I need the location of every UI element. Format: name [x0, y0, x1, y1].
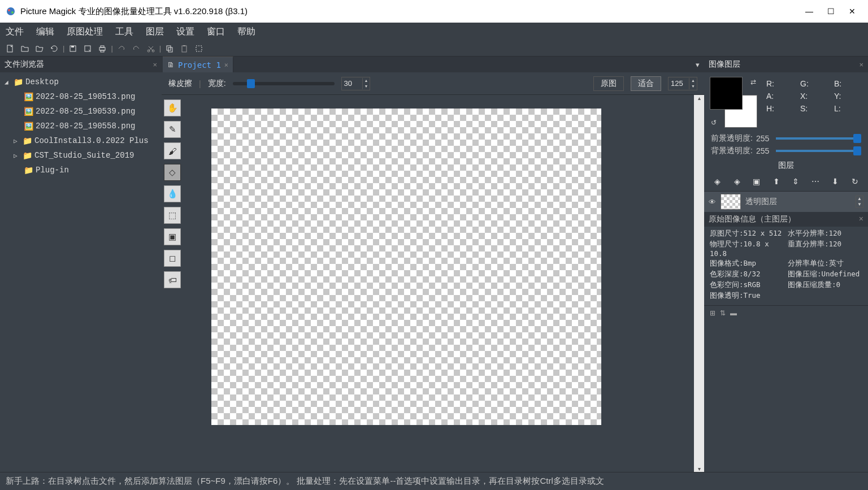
pencil-tool-icon[interactable]: ✎ — [164, 121, 181, 138]
visibility-icon[interactable]: ◈ — [710, 175, 724, 188]
print-icon[interactable] — [96, 42, 109, 55]
close-panel-icon[interactable]: × — [859, 60, 863, 69]
move-up-icon[interactable]: ⬆ — [770, 175, 783, 188]
maximize-button[interactable]: ☐ — [827, 7, 835, 16]
tree-folder[interactable]: 📁 Plug-in — [0, 163, 162, 177]
grid-icon[interactable]: ⊞ — [710, 309, 715, 317]
scroll-down-icon[interactable]: ▾ — [698, 466, 701, 472]
brush-tool-icon[interactable]: 🖌 — [164, 142, 181, 159]
spin-up-icon[interactable]: ▲ — [689, 78, 697, 84]
file-browser-header: 文件浏览器 × — [0, 57, 162, 72]
reset-colors-icon[interactable]: ↺ — [711, 119, 717, 127]
menu-edit[interactable]: 编辑 — [36, 26, 54, 38]
expand-icon[interactable]: ▷ — [14, 137, 21, 145]
width-label: 宽度: — [208, 79, 226, 89]
vertical-scrollbar[interactable]: ▴ ▾ — [694, 95, 704, 472]
folder-icon: 📁 — [21, 151, 33, 161]
tree-file[interactable]: 🖼️ 2022-08-25_190558.png — [0, 119, 162, 133]
minimize-button[interactable]: — — [805, 7, 813, 16]
layer-item[interactable]: 👁 透明图层 ▲▼ — [704, 192, 868, 212]
tree-folder[interactable]: ▷ 📁 CST_Studio_Suite_2019 — [0, 148, 162, 163]
menu-layers[interactable]: 图层 — [146, 26, 164, 38]
canvas-area: ▴ ▾ — [184, 95, 704, 472]
zoom-spinbox[interactable]: ▲▼ — [668, 77, 697, 90]
svg-rect-5 — [71, 46, 74, 47]
foreground-color-swatch[interactable] — [710, 77, 743, 110]
menubar: 文件 编辑 原图处理 工具 图层 设置 窗口 帮助 — [0, 23, 868, 41]
cut-icon[interactable] — [144, 42, 158, 55]
hand-tool-icon[interactable]: ✋ — [164, 99, 181, 116]
open-folder-icon[interactable] — [33, 42, 46, 55]
spin-down-icon[interactable]: ▼ — [363, 84, 370, 89]
expand-icon[interactable]: ▷ — [14, 152, 21, 159]
menu-help[interactable]: 帮助 — [237, 26, 255, 38]
crop-icon[interactable] — [192, 42, 206, 55]
sort-icon[interactable]: ⇅ — [720, 309, 726, 317]
stamp-tool-icon[interactable]: 🏷 — [164, 271, 181, 288]
zoom-input[interactable] — [669, 79, 689, 88]
open-file-icon[interactable] — [18, 42, 32, 55]
width-slider[interactable] — [233, 82, 335, 85]
collapse-icon[interactable]: ◢ — [5, 79, 12, 86]
close-tab-icon[interactable]: × — [224, 61, 228, 69]
titlebar: Picture Magick 专业的图像批量处理工具 v1.6.220.918 … — [0, 0, 868, 23]
canvas[interactable] — [211, 109, 601, 425]
marquee-tool-icon[interactable]: ⬚ — [164, 207, 181, 224]
block-icon[interactable]: ▬ — [730, 309, 737, 317]
fit-view-button[interactable]: 适合 — [631, 76, 661, 91]
refresh-icon[interactable] — [47, 42, 61, 55]
width-input[interactable] — [342, 79, 362, 88]
download-icon[interactable]: ⬇ — [828, 175, 842, 188]
svg-rect-15 — [183, 45, 185, 46]
redo-icon[interactable] — [129, 42, 143, 55]
save-as-icon[interactable] — [81, 42, 94, 55]
layers-stack-icon[interactable]: ◈ — [730, 175, 744, 188]
width-spinbox[interactable]: ▲▼ — [341, 77, 371, 90]
tab-project1[interactable]: 🗎 Project 1 × — [163, 57, 233, 72]
tree-folder[interactable]: ▷ 📁 CoolInstall3.0.2022 Plus — [0, 133, 162, 148]
crop-tool-icon[interactable]: ▣ — [164, 228, 181, 245]
bg-opacity-slider[interactable] — [776, 150, 861, 152]
tree-file[interactable]: 🖼️ 2022-08-25_190539.png — [0, 104, 162, 119]
swap-icon[interactable]: ⇕ — [789, 175, 802, 188]
eyedropper-tool-icon[interactable]: 💧 — [164, 185, 181, 202]
label-h: H: — [766, 104, 795, 113]
tabs-dropdown-icon[interactable]: ▾ — [691, 57, 704, 72]
undo-icon[interactable] — [115, 42, 128, 55]
menu-original-process[interactable]: 原图处理 — [67, 26, 103, 38]
save-icon[interactable] — [66, 42, 80, 55]
tree-file[interactable]: 🖼️ 2022-08-25_190513.png — [0, 89, 162, 104]
more-icon[interactable]: ⋯ — [809, 175, 822, 188]
close-panel-icon[interactable]: × — [859, 214, 863, 224]
paste-icon[interactable] — [177, 42, 191, 55]
info-row: 图像透明:True — [710, 291, 784, 301]
menu-file[interactable]: 文件 — [6, 26, 24, 38]
new-file-icon[interactable] — [3, 42, 17, 55]
spin-up-icon[interactable]: ▲ — [363, 78, 370, 84]
file-tree: ◢ 📁 Desktop 🖼️ 2022-08-25_190513.png 🖼️ … — [0, 72, 162, 472]
swap-colors-icon[interactable]: ⇄ — [750, 78, 756, 86]
original-view-button[interactable]: 原图 — [593, 76, 624, 91]
copy-icon[interactable] — [163, 42, 176, 55]
tree-label: CoolInstall3.0.2022 Plus — [34, 136, 149, 145]
layer-order-spinner[interactable]: ▲▼ — [856, 196, 863, 208]
menu-settings[interactable]: 设置 — [176, 26, 194, 38]
tree-root[interactable]: ◢ 📁 Desktop — [0, 75, 162, 89]
tree-label: 2022-08-25_190513.png — [36, 92, 135, 101]
menu-tools[interactable]: 工具 — [115, 26, 133, 38]
reset-icon[interactable]: ↻ — [848, 175, 862, 188]
close-panel-icon[interactable]: × — [153, 60, 157, 69]
visibility-toggle-icon[interactable]: 👁 — [709, 198, 716, 206]
add-layer-icon[interactable]: ▣ — [750, 175, 763, 188]
spin-down-icon[interactable]: ▼ — [689, 84, 697, 89]
fg-opacity-slider[interactable] — [776, 137, 861, 140]
eraser-tool-icon[interactable]: ◇ — [164, 164, 181, 181]
label-l: L: — [834, 104, 862, 113]
close-button[interactable]: ✕ — [849, 7, 856, 16]
menu-window[interactable]: 窗口 — [207, 26, 225, 38]
scroll-up-icon[interactable]: ▴ — [698, 95, 701, 101]
folder-icon: 📁 — [12, 77, 24, 87]
lasso-tool-icon[interactable]: ◻ — [164, 250, 181, 267]
tree-label: 2022-08-25_190539.png — [36, 107, 135, 116]
image-info-header: 原始图像信息（主图层） × — [704, 212, 868, 227]
